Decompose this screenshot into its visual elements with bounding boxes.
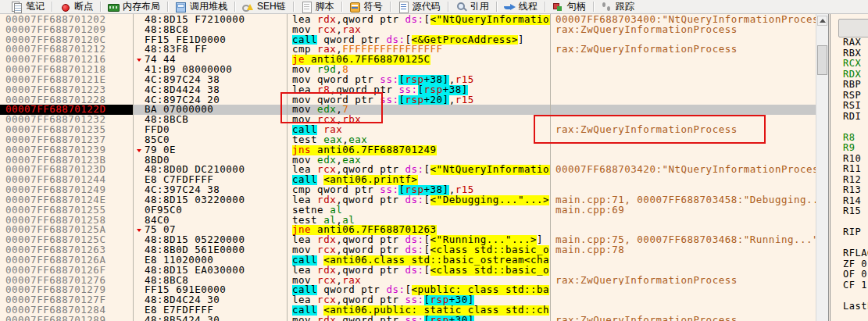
comment-cell[interactable]: rax:ZwQueryInformationProcess — [551, 316, 816, 321]
register-cf[interactable]: CF 1 — [830, 280, 868, 291]
comment-cell[interactable]: 00007FF688703400:"NtQueryInformationProc… — [551, 15, 816, 25]
address-cell[interactable]: 00007FF688701237 — [0, 135, 133, 145]
bytes-cell[interactable]: 75 07 — [134, 225, 287, 235]
comment-cell[interactable]: 00007FF688703420:"NtQueryInformationProc… — [551, 165, 816, 175]
instruction-cell[interactable]: setne al — [288, 205, 550, 216]
comment-cell[interactable] — [551, 145, 816, 155]
address-cell[interactable]: 00007FF688701228 — [0, 95, 133, 105]
bytes-cell[interactable]: 48:83F8 FF — [134, 45, 287, 55]
comment-cell[interactable]: main.cpp:71, 00007FF688703458:"Debugging… — [551, 195, 816, 205]
bytes-cell[interactable]: 48:8BC8 — [134, 25, 287, 35]
disasm-row[interactable]: 00007FF68870120CFF15 FE1D0000call qword … — [0, 35, 816, 45]
disasm-row[interactable]: 00007FF68870126348:8B0D 561E0000mov rcx,… — [0, 245, 816, 255]
address-cell[interactable]: 00007FF688701202 — [0, 15, 133, 25]
disasm-row[interactable]: 00007FF68870121674 44je anti06.7FF688701… — [0, 55, 816, 65]
disasm-row[interactable]: 00007FF68870125A75 07jne anti06.7FF68870… — [0, 225, 816, 235]
bytes-cell[interactable]: E8 11020000 — [134, 255, 287, 266]
register-zf[interactable]: ZF 0 — [830, 259, 868, 270]
instruction-cell[interactable]: lea rdx,qword ptr ds:[<class std::basic_… — [288, 266, 550, 276]
bytes-cell[interactable]: E8 C7FDFFFF — [134, 175, 287, 185]
register-rsi[interactable]: RSI — [830, 101, 868, 112]
disasm-row[interactable]: 00007FF68870121248:83F8 FFcmp rax,FFFFFF… — [0, 45, 816, 55]
disasm-row[interactable]: 00007FF68870120248:8D15 F7210000lea rdx,… — [0, 15, 816, 25]
tab-handles[interactable]: 句柄 — [546, 0, 592, 13]
bytes-cell[interactable]: 48:8B5424 30 — [134, 316, 287, 321]
bytes-cell[interactable]: 4C:897C24 20 — [134, 95, 287, 105]
tab-symbols[interactable]: 符号 — [343, 0, 389, 13]
instruction-cell[interactable]: call qword ptr ds:[<&GetProcAddress>] — [288, 35, 550, 45]
bytes-cell[interactable]: 4C:397C24 38 — [134, 185, 287, 195]
comment-cell[interactable] — [551, 295, 816, 305]
disasm-row[interactable]: 00007FF68870120948:8BC8mov rcx,raxrax:Zw… — [0, 25, 816, 35]
address-cell[interactable]: 00007FF68870125A — [0, 225, 133, 235]
address-cell[interactable]: 00007FF68870124E — [0, 195, 133, 205]
comment-cell[interactable] — [551, 185, 816, 195]
bytes-cell[interactable]: 48:8BC8 — [134, 276, 287, 286]
address-cell[interactable]: 00007FF688701249 — [0, 185, 133, 195]
instruction-cell[interactable]: mov rcx,rax — [288, 276, 550, 286]
address-cell[interactable]: 00007FF688701284 — [0, 305, 133, 316]
tab-notes[interactable]: 笔记 — [5, 0, 51, 13]
comment-cell[interactable] — [551, 216, 816, 226]
address-cell[interactable]: 00007FF688701232 — [0, 115, 133, 125]
disasm-row[interactable]: 00007FF68870127648:8BC8mov rcx,raxrax:Zw… — [0, 276, 816, 286]
bytes-cell[interactable]: 0F95C0 — [134, 205, 287, 216]
bytes-cell[interactable]: 48:8D0D DC210000 — [134, 165, 287, 175]
instruction-cell[interactable]: call <anti06.public: static class std::c… — [288, 305, 550, 316]
address-cell[interactable]: 00007FF68870123B — [0, 155, 133, 166]
bytes-cell[interactable]: 4C:897C24 38 — [134, 75, 287, 85]
address-cell[interactable]: 00007FF688701216 — [0, 55, 133, 65]
instruction-cell[interactable]: call qword ptr ds:[<public: class std::b… — [288, 285, 550, 295]
comment-cell[interactable]: main.cpp:69 — [551, 205, 816, 216]
instruction-cell[interactable]: mov rcx,qword ptr ds:[<class std::basic_… — [288, 245, 550, 255]
address-cell[interactable]: 00007FF688701258 — [0, 216, 133, 226]
bytes-cell[interactable]: 8BD0 — [134, 155, 287, 166]
disasm-row[interactable]: 00007FF688701284E8 E7FDFFFFcall <anti06.… — [0, 305, 816, 316]
tab-callstack[interactable]: 调用堆栈 — [169, 0, 234, 13]
disasm-row[interactable]: 00007FF68870126AE8 11020000call <anti06.… — [0, 255, 816, 266]
register-r11[interactable]: R11 — [830, 164, 868, 175]
register-rip[interactable]: RIP — [830, 227, 868, 238]
bytes-cell[interactable]: 48:8B0D 561E0000 — [134, 245, 287, 255]
hide-fpu-button[interactable] — [838, 19, 868, 37]
address-cell[interactable]: 00007FF688701218 — [0, 65, 133, 75]
address-cell[interactable]: 00007FF68870126F — [0, 266, 133, 276]
bytes-cell[interactable]: FF15 691E0000 — [134, 285, 287, 295]
scroll-up-button[interactable] — [817, 16, 827, 26]
disasm-row[interactable]: 00007FF68870123979 0Ejns anti06.7FF68870… — [0, 145, 816, 155]
bytes-cell[interactable]: 84C0 — [134, 216, 287, 226]
register-rsp[interactable]: RSP — [830, 91, 868, 102]
bytes-cell[interactable]: 48:8D4C24 30 — [134, 295, 287, 305]
bytes-cell[interactable]: E8 E7FDFFFF — [134, 305, 287, 316]
comment-cell[interactable]: rax:ZwQueryInformationProcess — [551, 276, 816, 286]
bytes-cell[interactable]: 41:B9 08000000 — [134, 65, 287, 75]
address-cell[interactable]: 00007FF68870123D — [0, 165, 133, 175]
instruction-cell[interactable]: call <anti06.printf> — [288, 175, 550, 185]
instruction-cell[interactable]: test eax,eax — [288, 135, 550, 145]
bytes-cell[interactable]: 48:8D15 05220000 — [134, 235, 287, 245]
tab-memory[interactable]: 内存布局 — [102, 0, 166, 13]
register-r9[interactable]: R9 — [830, 143, 868, 154]
instruction-cell[interactable]: mov rcx,rax — [288, 25, 550, 35]
bytes-cell[interactable]: 85C0 — [134, 135, 287, 145]
comment-cell[interactable] — [551, 285, 816, 295]
disasm-row[interactable]: 00007FF6887012550F95C0setne almain.cpp:6… — [0, 205, 816, 216]
tab-threads[interactable]: 线程 — [498, 0, 544, 13]
address-cell[interactable]: 00007FF68870125C — [0, 235, 133, 245]
instruction-cell[interactable]: cmp rax,FFFFFFFFFFFFFFFF — [288, 45, 550, 55]
instruction-cell[interactable]: lea rcx,qword ptr ss:[rsp+30] — [288, 295, 550, 305]
address-cell[interactable]: 00007FF688701276 — [0, 276, 133, 286]
register-r10[interactable]: R10 — [830, 154, 868, 165]
comment-cell[interactable] — [551, 225, 816, 235]
address-cell[interactable]: 00007FF68870121E — [0, 75, 133, 85]
bytes-cell[interactable]: 48:8D15 03220000 — [134, 195, 287, 205]
comment-cell[interactable] — [551, 55, 816, 65]
instruction-cell[interactable]: lea rdx,qword ptr ds:[<"Debugging..."...… — [288, 195, 550, 205]
register-rbx[interactable]: RBX — [830, 48, 868, 59]
address-cell[interactable]: 00007FF68870126A — [0, 255, 133, 266]
register-rdi[interactable]: RDI — [830, 112, 868, 123]
tab-trace[interactable]: 跟踪 — [595, 0, 641, 13]
instruction-cell[interactable]: test al,al — [288, 216, 550, 226]
address-cell[interactable]: 00007FF688701209 — [0, 25, 133, 35]
instruction-cell[interactable]: call rax — [288, 125, 550, 135]
